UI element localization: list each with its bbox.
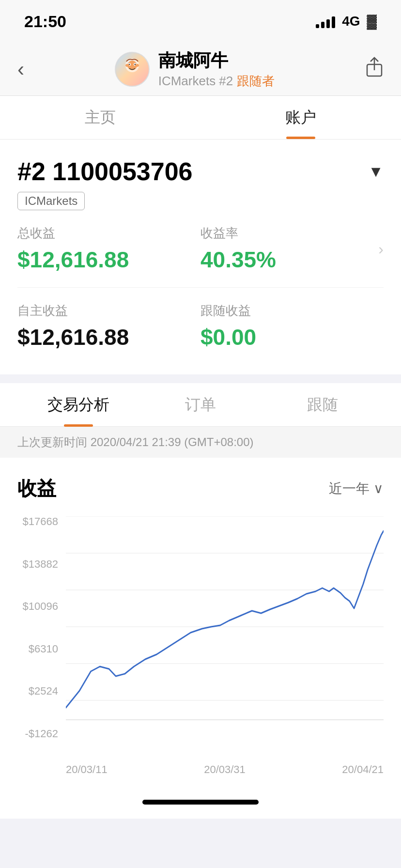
self-profit-value: $12,616.88 (17, 324, 200, 350)
stats-arrow-icon[interactable]: › (378, 240, 384, 258)
chart-area (66, 516, 384, 759)
chart-period-dropdown-icon: ∨ (373, 480, 384, 496)
back-button[interactable]: ‹ (17, 58, 24, 81)
avatar-image (116, 53, 149, 86)
signal-icon (316, 15, 335, 28)
self-profit-label: 自主收益 (17, 302, 200, 319)
follow-profit-item: 跟随收益 $0.00 (200, 302, 384, 350)
battery-icon: ▓ (367, 14, 377, 29)
home-bar (142, 800, 259, 805)
self-profit-item: 自主收益 $12,616.88 (17, 302, 200, 350)
y-label-5: -$1262 (25, 728, 58, 739)
nav-header: ‹ 南城阿牛 ICMarkets #2 (0, 43, 401, 96)
svg-point-6 (125, 64, 129, 67)
nav-subtitle: ICMarkets #2 跟随者 (158, 73, 275, 90)
profit-rate-item: 收益率 40.35% › (200, 225, 384, 273)
network-label: 4G (342, 14, 360, 29)
svg-point-7 (135, 64, 139, 67)
tab-home[interactable]: 主页 (0, 96, 200, 139)
main-content: #2 1100053706 ▼ ICMarkets 总收益 $12,616.88… (0, 140, 401, 786)
chart-period-selector[interactable]: 近一年 ∨ (329, 480, 384, 498)
account-section: #2 1100053706 ▼ ICMarkets 总收益 $12,616.88… (0, 140, 401, 374)
chart-container: $17668 $13882 $10096 $6310 $2524 -$1262 (17, 516, 384, 759)
chart-title: 收益 (17, 475, 56, 502)
status-time: 21:50 (24, 12, 66, 31)
update-time-bar: 上次更新时间 2020/04/21 21:39 (GMT+08:00) (0, 427, 401, 458)
chart-y-labels: $17668 $13882 $10096 $6310 $2524 -$1262 (17, 516, 66, 739)
status-right: 4G ▓ (316, 14, 377, 29)
user-details: 南城阿牛 ICMarkets #2 跟随者 (158, 49, 275, 90)
main-tab-bar: 主页 账户 (0, 96, 401, 140)
status-bar: 21:50 4G ▓ (0, 0, 401, 43)
username-label: 南城阿牛 (158, 49, 275, 73)
tab-follow[interactable]: 跟随 (262, 383, 384, 427)
home-indicator (0, 786, 401, 819)
avatar (115, 52, 150, 87)
share-button[interactable] (365, 57, 384, 81)
y-label-4: $2524 (29, 686, 58, 697)
follower-badge: 跟随者 (237, 73, 275, 90)
x-label-0: 20/03/11 (66, 763, 108, 776)
y-label-2: $10096 (23, 601, 58, 612)
section-divider (0, 374, 401, 383)
y-label-1: $13882 (23, 559, 58, 570)
x-label-2: 20/04/21 (342, 763, 384, 776)
x-label-1: 20/03/31 (204, 763, 246, 776)
profit-rate-value: 40.35% (200, 247, 384, 273)
avatar-svg (118, 55, 147, 84)
user-info: 南城阿牛 ICMarkets #2 跟随者 (115, 49, 275, 90)
stats-divider (17, 287, 384, 288)
follow-profit-value: $0.00 (200, 324, 384, 350)
total-profit-item: 总收益 $12,616.88 (17, 225, 200, 273)
y-label-3: $6310 (29, 644, 58, 654)
broker-tag: ICMarkets (17, 192, 85, 210)
total-profit-label: 总收益 (17, 225, 200, 242)
chart-period-label: 近一年 (329, 480, 370, 498)
chart-svg (66, 516, 384, 739)
account-number: #2 1100053706 (17, 157, 193, 186)
tab-account[interactable]: 账户 (200, 96, 401, 139)
y-label-0: $17668 (23, 516, 58, 527)
share-icon (365, 57, 384, 77)
stats-grid: 总收益 $12,616.88 收益率 40.35% › 自主收益 $12,616… (17, 225, 384, 360)
update-time-text: 上次更新时间 2020/04/21 21:39 (GMT+08:00) (17, 435, 254, 449)
total-profit-value: $12,616.88 (17, 247, 200, 273)
tab-orders[interactable]: 订单 (139, 383, 262, 427)
profit-rate-label: 收益率 (200, 225, 384, 242)
follow-profit-label: 跟随收益 (200, 302, 384, 319)
analysis-tab-bar: 交易分析 订单 跟随 (0, 383, 401, 427)
chart-x-labels: 20/03/11 20/03/31 20/04/21 (17, 759, 384, 786)
chart-header: 收益 近一年 ∨ (17, 475, 384, 502)
account-dropdown-icon[interactable]: ▼ (368, 163, 384, 181)
tab-analysis[interactable]: 交易分析 (17, 383, 139, 427)
broker-subtitle: ICMarkets #2 (158, 74, 233, 89)
chart-section: 收益 近一年 ∨ $17668 $13882 $10096 $6310 $252… (0, 458, 401, 786)
account-header: #2 1100053706 ▼ (17, 157, 384, 186)
